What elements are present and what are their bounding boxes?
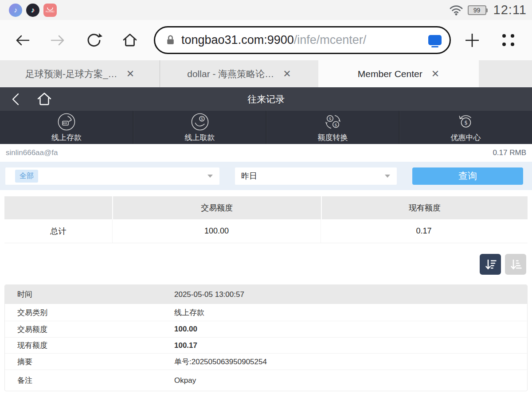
wifi-icon [449, 4, 463, 16]
detail-label: 交易额度 [5, 324, 174, 335]
clock: 12:11 [493, 3, 527, 17]
battery-level: 99 [473, 7, 481, 14]
tab-title: Member Center [358, 69, 422, 79]
page-title: 往来记录 [0, 93, 532, 105]
menu-item-label: 线上存款 [51, 132, 82, 143]
record-detail-card: 时间 2025-05-05 13:00:57 交易类别 线上存款 交易额度 10… [4, 284, 528, 391]
menu-item-withdraw[interactable]: $ 线上取款 [133, 111, 266, 144]
notification-app-icons: ♪ ♪ HUAWEI [9, 4, 57, 17]
url-host: tongbao31.com:9900 [181, 33, 294, 47]
transfer-icon: $ $ [323, 112, 343, 132]
tab-bar-filler [479, 60, 532, 87]
browser-toolbar: tongbao31.com:9900/infe/mcenter/ [0, 20, 532, 60]
summary-total-label: 总计 [4, 219, 112, 243]
summary-total-row: 总计 100.00 0.17 [4, 219, 528, 243]
sort-controls [0, 243, 532, 275]
close-icon[interactable]: ✕ [283, 68, 291, 80]
chevron-down-icon [207, 175, 213, 178]
menu-item-deposit[interactable]: 线上存款 [0, 111, 133, 144]
browser-menu-icon[interactable] [501, 33, 516, 48]
close-icon[interactable]: ✕ [431, 68, 439, 80]
transaction-type-select[interactable]: 全部 [5, 167, 219, 185]
detail-row-type: 交易类别 线上存款 [5, 304, 527, 321]
summary-header-trade-amount: 交易额度 [113, 196, 321, 219]
reload-button[interactable] [85, 31, 103, 49]
deposit-icon [57, 112, 76, 132]
summary-header-current-amount: 现有额度 [322, 196, 528, 219]
query-button[interactable]: 查询 [412, 167, 523, 185]
promo-icon: $ [456, 112, 476, 132]
sort-descending-icon [484, 258, 497, 271]
huawei-appgallery-app-icon: HUAWEI [43, 4, 57, 17]
tab-title: 足球预测-足球方案_… [25, 68, 117, 80]
page-back-button[interactable] [6, 91, 24, 108]
detail-row-current-amount: 现有额度 100.17 [5, 337, 527, 353]
detail-label: 时间 [5, 289, 174, 300]
summary-current-amount: 0.17 [321, 219, 527, 243]
summary-table-header: 交易额度 现有额度 [4, 196, 528, 219]
menu-item-label: 额度转换 [318, 132, 348, 143]
page-header: 往来记录 [0, 87, 532, 111]
detail-row-time: 时间 2025-05-05 13:00:57 [5, 285, 527, 304]
chevron-down-icon [385, 175, 390, 178]
sort-ascending-icon [509, 258, 522, 271]
close-icon[interactable]: ✕ [126, 68, 134, 80]
detail-row-remark: 备注 Okpay [5, 370, 527, 391]
sort-descending-button[interactable] [480, 254, 501, 275]
account-username: sinlin666aa@fa [6, 148, 58, 157]
menu-item-transfer[interactable]: $ $ 额度转换 [266, 111, 399, 144]
page-home-button[interactable] [35, 90, 54, 108]
detail-value: Okpay [174, 376, 196, 385]
menu-item-label: 优惠中心 [451, 132, 481, 143]
browser-home-button[interactable] [121, 31, 139, 49]
tab-member-center[interactable]: Member Center ✕ [318, 60, 479, 87]
back-button[interactable] [13, 31, 31, 49]
detail-row-trade-amount: 交易额度 100.00 [5, 321, 527, 337]
detail-label: 交易类别 [5, 308, 174, 318]
new-tab-button[interactable] [463, 31, 481, 49]
tab-football[interactable]: 足球预测-足球方案_… ✕ [0, 60, 160, 87]
detail-label: 摘要 [5, 357, 174, 367]
svg-text:$: $ [464, 120, 468, 126]
url-text: tongbao31.com:9900/infe/mcenter/ [181, 33, 428, 47]
url-bar[interactable]: tongbao31.com:9900/infe/mcenter/ [154, 26, 451, 54]
status-bar: ♪ ♪ HUAWEI 99 12:11 [0, 0, 532, 20]
detail-value: 100.00 [174, 325, 197, 334]
forward-button[interactable] [49, 31, 67, 49]
date-range-select[interactable]: 昨日 [235, 167, 397, 185]
detail-value: 单号:202505063950905254 [174, 357, 267, 367]
tab-bar: 足球预测-足球方案_… ✕ dollar - 海燕策略论… ✕ Member C… [0, 60, 532, 87]
detail-value: 2025-05-05 13:00:57 [174, 290, 244, 299]
lock-icon [166, 34, 175, 46]
summary-table: 交易额度 现有额度 总计 100.00 0.17 [4, 196, 528, 243]
battery-indicator: 99 [468, 5, 486, 15]
svg-text:$: $ [334, 122, 337, 127]
filter-bar: 全部 昨日 查询 [0, 162, 532, 190]
tab-title: dollar - 海燕策略论… [187, 68, 274, 80]
withdraw-icon: $ [190, 112, 210, 132]
date-selected-value: 昨日 [241, 171, 257, 181]
detail-value: 100.17 [174, 341, 197, 350]
svg-text:$: $ [200, 117, 203, 121]
desktop-site-icon[interactable] [428, 35, 442, 45]
account-row: sinlin666aa@fa 0.17 RMB [0, 144, 532, 162]
tiktok-app-icon: ♪ [26, 4, 39, 17]
detail-row-summary: 摘要 单号:202505063950905254 [5, 353, 527, 370]
tab-dollar-forum[interactable]: dollar - 海燕策略论… ✕ [160, 60, 318, 87]
type-selected-chip: 全部 [15, 170, 38, 183]
detail-label: 备注 [5, 375, 174, 385]
quick-menu: 线上存款 $ 线上取款 $ $ 额度转换 [0, 111, 532, 144]
music-app-icon: ♪ [9, 4, 22, 17]
svg-text:$: $ [329, 116, 331, 121]
detail-label: 现有额度 [5, 340, 174, 350]
menu-item-promo[interactable]: $ 优惠中心 [399, 111, 532, 144]
sort-ascending-button[interactable] [505, 254, 526, 275]
summary-header-blank [4, 196, 112, 219]
url-path: /infe/mcenter/ [294, 33, 367, 47]
menu-item-label: 线上取款 [185, 132, 215, 143]
summary-trade-amount: 100.00 [112, 219, 321, 243]
account-balance: 0.17 RMB [493, 148, 526, 157]
detail-value: 线上存款 [174, 308, 204, 318]
